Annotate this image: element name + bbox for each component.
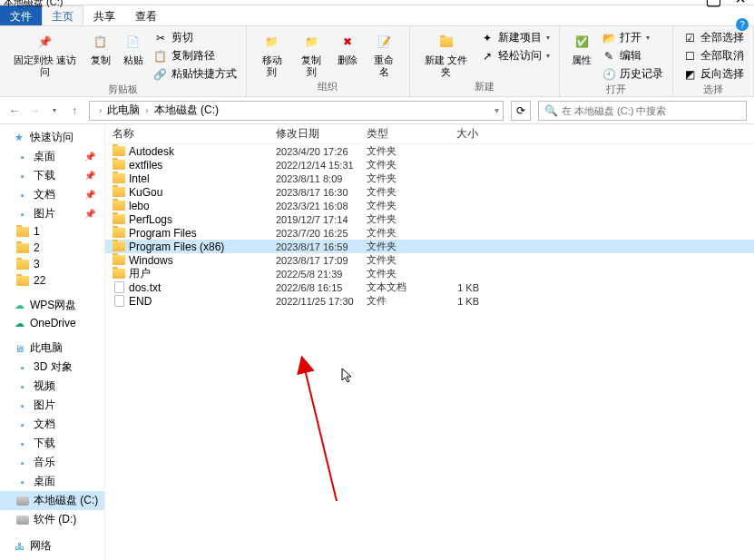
sidebar-item[interactable]: 本地磁盘 (C:) [0,491,104,510]
col-date[interactable]: 修改日期 [269,126,359,142]
sidebar-item[interactable]: ▪3D 对象 [0,358,104,377]
invert-button[interactable]: ◩反向选择 [681,65,746,83]
easy-button[interactable]: ↗轻松访问▾ [478,47,552,64]
moveto-button[interactable]: 📁移动到 [254,29,290,80]
sidebar-item[interactable]: 软件 (D:) [0,510,104,529]
copypath-button[interactable]: 📋复制路径 [152,47,239,64]
open-button[interactable]: 📂打开▾ [600,29,665,46]
group-label-new: 新建 [475,80,495,95]
copyto-button[interactable]: 📁复制到 [293,29,329,80]
file-row[interactable]: dos.txt2022/6/8 16:15文本文档1 KB [105,280,754,294]
up-button[interactable]: ↑ [67,103,82,118]
maximize-button[interactable]: ▢ [700,0,727,9]
search-field[interactable] [562,105,740,116]
window-controls: − ▢ × [672,0,754,9]
edit-button[interactable]: ✎编辑 [600,47,665,64]
group-label-organize: 组织 [318,80,338,95]
sidebar-item[interactable]: 22 [0,272,104,289]
col-size[interactable]: 大小 [432,126,486,142]
sidebar-wps[interactable]: ☁WPS网盘 [0,296,104,315]
window-title: 本地磁盘 (C:) [4,0,63,9]
sidebar-quick[interactable]: ★快速访问 [0,128,104,147]
minimize-button[interactable]: − [672,0,700,9]
group-select: ☑全部选择 ☐全部取消 ◩反向选择 选择 [673,26,754,96]
sidebar-network[interactable]: 🖧网络 [0,536,104,555]
file-row[interactable]: Program Files2023/7/20 16:25文件夹 [105,226,754,240]
newfolder-button[interactable]: 新建 文件夹 [417,29,475,80]
sidebar-item[interactable]: ▪图片📌 [0,204,104,223]
address-bar: ← → ▾ ↑ › 此电脑 › 本地磁盘 (C:) ▾ ⟳ 🔍 [0,97,754,124]
tab-share[interactable]: 共享 [83,5,125,25]
breadcrumb[interactable]: › 此电脑 › 本地磁盘 (C:) ▾ [89,101,504,121]
group-open: ✅属性 📂打开▾ ✎编辑 🕘历史记录 打开 [560,26,673,96]
sidebar: ★快速访问 ▪桌面📌▪下载📌▪文档📌▪图片📌 12322 ☁WPS网盘 ☁One… [0,124,105,560]
title-bar: 本地磁盘 (C:) [0,0,754,5]
file-row[interactable]: Program Files (x86)2023/8/17 16:59文件夹 [105,240,754,253]
file-row[interactable]: Autodesk2023/4/20 17:26文件夹 [105,144,754,158]
annotation-arrow [201,274,346,510]
file-row[interactable]: Intel2023/8/11 8:09文件夹 [105,172,754,185]
file-list: Autodesk2023/4/20 17:26文件夹extfiles2022/1… [105,144,754,308]
forward-button[interactable]: → [27,103,42,118]
crumb-drive[interactable]: 本地磁盘 (C:) [154,103,219,118]
column-headers: 名称 修改日期 类型 大小 [105,124,754,144]
file-row[interactable]: Windows2023/8/17 17:09文件夹 [105,253,754,267]
file-row[interactable]: PerfLogs2019/12/7 17:14文件夹 [105,212,754,226]
file-row[interactable]: END2022/11/25 17:30文件1 KB [105,294,754,308]
sidebar-item[interactable]: ▪下载 [0,434,104,453]
search-icon: 🔍 [544,104,558,117]
ribbon-tabs: 文件 主页 共享 查看 [0,5,754,26]
sidebar-item[interactable]: ▪桌面 [0,472,104,491]
sidebar-item[interactable]: ▪视频 [0,377,104,396]
selectnone-button[interactable]: ☐全部取消 [681,47,746,64]
file-row[interactable]: extfiles2022/12/14 15:31文件夹 [105,158,754,172]
delete-button[interactable]: ✖删除 [333,29,362,68]
group-new: 新建 文件夹 ✦新建项目▾ ↗轻松访问▾ 新建 [410,26,560,96]
ribbon: 📌固定到快 速访问 📋复制 📄粘贴 ✂剪切 📋复制路径 🔗粘贴快捷方式 剪贴板 … [0,26,754,97]
rename-button[interactable]: 📝重命名 [366,29,402,80]
group-label-open: 打开 [606,83,626,98]
sidebar-item[interactable]: 3 [0,256,104,272]
paste-button[interactable]: 📄粘贴 [119,29,148,68]
sidebar-item[interactable]: ▪下载📌 [0,166,104,185]
sidebar-item[interactable]: ▪音乐 [0,453,104,472]
group-organize: 📁移动到 📁复制到 ✖删除 📝重命名 组织 [247,26,411,96]
sidebar-onedrive[interactable]: ☁OneDrive [0,315,104,331]
newitem-button[interactable]: ✦新建项目▾ [478,29,552,46]
cut-button[interactable]: ✂剪切 [152,29,239,46]
history-button[interactable]: 🕘历史记录 [600,65,665,83]
file-row[interactable]: 用户2022/5/8 21:39文件夹 [105,267,754,280]
sidebar-item[interactable]: 1 [0,223,104,240]
tab-view[interactable]: 查看 [125,5,167,25]
recent-dropdown[interactable]: ▾ [47,103,62,118]
help-icon[interactable]: ? [736,18,749,31]
sidebar-item[interactable]: ▪图片 [0,396,104,415]
paste-shortcut-button[interactable]: 🔗粘贴快捷方式 [152,65,239,83]
col-name[interactable]: 名称 [105,126,269,142]
back-button[interactable]: ← [7,103,22,118]
sidebar-item[interactable]: ▪文档📌 [0,185,104,204]
sidebar-item[interactable]: ▪文档 [0,415,104,434]
group-label-clipboard: 剪贴板 [108,83,138,98]
cursor-icon [341,368,354,384]
pin-button[interactable]: 📌固定到快 速访问 [7,29,83,80]
sidebar-item[interactable]: ▪桌面📌 [0,147,104,166]
group-label-select: 选择 [703,83,723,98]
content-pane: 名称 修改日期 类型 大小 Autodesk2023/4/20 17:26文件夹… [105,124,754,560]
props-button[interactable]: ✅属性 [567,29,596,68]
crumb-pc[interactable]: 此电脑 [107,103,140,118]
close-button[interactable]: × [727,0,754,9]
col-type[interactable]: 类型 [359,126,432,142]
group-clipboard: 📌固定到快 速访问 📋复制 📄粘贴 ✂剪切 📋复制路径 🔗粘贴快捷方式 剪贴板 [0,26,247,96]
file-row[interactable]: lebo2023/3/21 16:08文件夹 [105,199,754,212]
refresh-button[interactable]: ⟳ [511,101,531,121]
selectall-button[interactable]: ☑全部选择 [681,29,746,46]
svg-line-0 [305,369,337,501]
sidebar-pc[interactable]: 🖥此电脑 [0,339,104,358]
file-row[interactable]: KuGou2023/8/17 16:30文件夹 [105,185,754,199]
sidebar-item[interactable]: 2 [0,240,104,256]
copy-button[interactable]: 📋复制 [86,29,115,68]
search-box[interactable]: 🔍 [538,101,747,121]
